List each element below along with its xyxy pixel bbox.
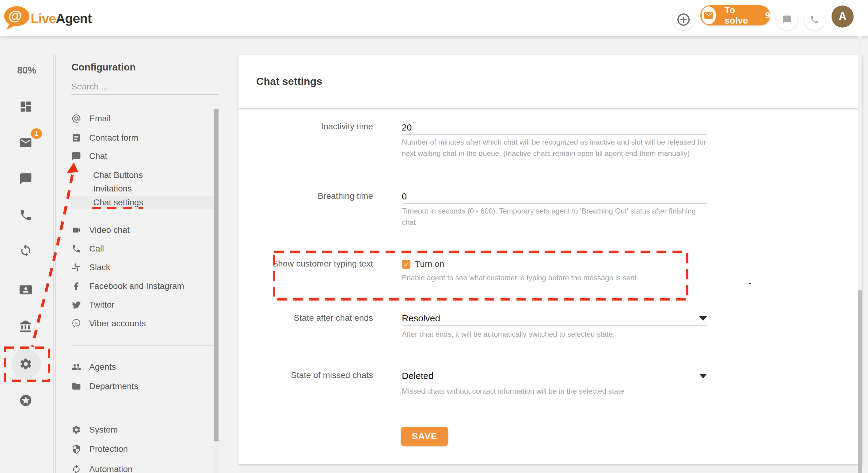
envelope-icon	[19, 145, 32, 150]
sidebar-item-billing[interactable]	[19, 320, 32, 333]
chat-bubble-icon	[782, 15, 792, 25]
contact-card-icon	[19, 292, 32, 297]
window-scrollbar-thumb[interactable]	[858, 290, 862, 473]
menu-divider	[71, 345, 214, 346]
sidebar-divider-outer	[53, 55, 54, 473]
phone-icon	[71, 244, 81, 254]
config-item-facebook-instagram[interactable]: Facebook and Instagram	[71, 279, 184, 294]
folder-icon	[71, 381, 81, 391]
config-item-label: Chat	[89, 151, 107, 161]
config-item-invitations[interactable]: Invitations	[93, 182, 132, 195]
config-item-email[interactable]: Email	[71, 111, 111, 126]
phone-icon	[19, 218, 32, 223]
config-item-twitter[interactable]: Twitter	[71, 297, 114, 313]
phone-icon	[810, 15, 819, 25]
save-button[interactable]: SAVE	[401, 427, 448, 446]
config-item-label: Slack	[89, 262, 110, 272]
config-item-label: Video chat	[89, 225, 130, 235]
usage-percent: 80%	[0, 65, 53, 76]
gear-icon	[71, 425, 81, 435]
chat-bubble-icon	[71, 151, 81, 161]
sidebar-item-dashboard[interactable]	[19, 100, 32, 113]
config-item-call[interactable]: Call	[71, 241, 104, 256]
chat-queue-button[interactable]	[777, 9, 798, 30]
config-item-label: Call	[89, 244, 104, 254]
viber-icon	[71, 319, 81, 328]
config-item-protection[interactable]: Protection	[71, 441, 128, 457]
configuration-title: Configuration	[71, 62, 136, 73]
breathing-time-input[interactable]	[402, 190, 707, 204]
config-item-chat[interactable]: Chat	[71, 149, 107, 164]
state-after-label: State after chat ends	[236, 313, 373, 323]
brand-agent: Agent	[56, 11, 92, 26]
badge-count: 1	[35, 130, 38, 137]
missed-chats-value: Deleted	[402, 371, 433, 381]
config-item-label: Automation	[89, 465, 133, 473]
config-item-label: Contact form	[89, 133, 138, 143]
annotation-arrow-line	[32, 175, 72, 347]
turn-on-checkbox[interactable]	[402, 260, 410, 269]
brand-live: Live	[31, 11, 56, 26]
tickets-count-badge: 1	[31, 128, 42, 139]
document-icon	[71, 133, 81, 143]
config-item-chat-settings[interactable]: Chat settings	[93, 196, 143, 209]
sidebar-item-tickets[interactable]	[19, 136, 32, 150]
config-item-label: Agents	[89, 362, 116, 372]
sidebar-item-customers[interactable]	[19, 283, 32, 296]
brand-wordmark: LiveAgent	[31, 11, 92, 26]
facebook-icon	[71, 281, 81, 291]
config-item-departments[interactable]: Departments	[71, 379, 138, 394]
sidebar-item-calls[interactable]	[19, 208, 32, 222]
gear-icon	[19, 367, 32, 372]
stray-dot	[749, 283, 751, 284]
inactivity-time-label: Inactivity time	[236, 122, 373, 131]
plus-circle-icon	[676, 12, 691, 27]
config-item-contact-form[interactable]: Contact form	[71, 130, 138, 146]
config-item-label: Protection	[89, 444, 128, 454]
to-solve-count: 9	[765, 10, 770, 21]
chevron-down-icon	[699, 316, 707, 321]
inactivity-time-input[interactable]	[402, 121, 707, 135]
config-item-chat-buttons[interactable]: Chat Buttons	[93, 168, 143, 182]
user-avatar[interactable]: A	[832, 5, 854, 28]
breathing-time-help: Timeout in seconds (0 - 600). Temporary …	[402, 205, 710, 228]
inactivity-time-help: Number of minutes after which chat will …	[402, 136, 710, 159]
sidebar-item-gamification[interactable]	[19, 393, 32, 407]
sidebar-item-configuration[interactable]	[19, 357, 32, 371]
config-item-agents[interactable]: Agents	[71, 359, 116, 375]
config-item-system[interactable]: System	[71, 422, 118, 438]
sidebar-divider-inner	[55, 55, 56, 473]
avatar-letter: A	[839, 10, 846, 23]
config-item-label: Departments	[89, 381, 138, 391]
call-queue-button[interactable]	[804, 9, 825, 30]
chevron-down-icon	[699, 374, 707, 378]
chat-bubble-icon	[19, 181, 32, 187]
missed-chats-select[interactable]: Deleted	[402, 369, 707, 383]
state-after-help: After chat ends, it will be automaticall…	[402, 328, 710, 340]
slack-icon	[71, 262, 81, 272]
state-after-select[interactable]: Resolved	[402, 312, 707, 326]
add-new-button[interactable]	[673, 9, 694, 30]
menu-divider	[71, 408, 214, 408]
config-search-input[interactable]	[71, 79, 219, 95]
config-item-video-chat[interactable]: Video chat	[71, 222, 130, 238]
config-scrollbar-thumb[interactable]	[214, 109, 219, 441]
breathing-time-label: Breathing time	[236, 191, 373, 201]
config-item-automation[interactable]: Automation	[71, 462, 133, 473]
config-item-slack[interactable]: Slack	[71, 260, 110, 275]
sidebar-item-sync[interactable]	[19, 244, 32, 257]
people-icon	[71, 362, 81, 372]
to-solve-label: To solve	[724, 5, 754, 26]
config-item-viber-accounts[interactable]: Viber accounts	[71, 316, 146, 331]
svg-text:@: @	[8, 8, 22, 24]
dashboard-icon	[19, 109, 32, 114]
show-typing-label: Show customer typing text	[236, 259, 373, 269]
videocam-icon	[71, 225, 81, 235]
check-icon	[403, 261, 409, 268]
config-item-label: Twitter	[89, 300, 114, 310]
sidebar-item-chats[interactable]	[19, 172, 32, 186]
to-solve-button[interactable]: To solve 9	[700, 5, 770, 25]
config-item-label: Facebook and Instagram	[89, 281, 184, 291]
chat-settings-header: Chat settings	[239, 55, 862, 108]
at-email-icon	[71, 114, 81, 123]
